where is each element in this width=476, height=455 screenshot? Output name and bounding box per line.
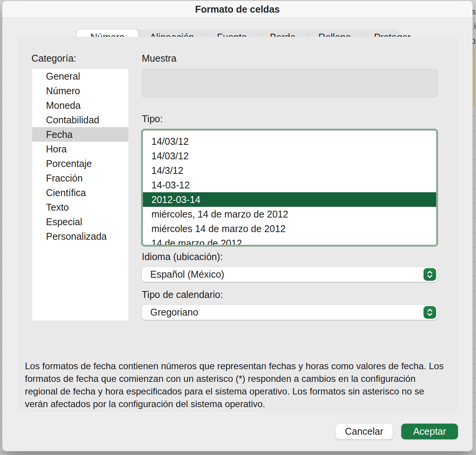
type-option[interactable]: 14/03/2012 — [143, 129, 436, 134]
language-dropdown[interactable]: Español (México) — [142, 267, 437, 282]
chevron-up-down-icon[interactable] — [423, 306, 436, 319]
category-item-fraccion[interactable]: Fracción — [32, 171, 128, 185]
chevron-up-down-icon[interactable] — [423, 268, 436, 281]
type-option[interactable]: 14/03/12 — [143, 149, 436, 163]
number-tab-panel: Categoría: General Número Moneda Contabi… — [18, 37, 458, 412]
type-option-selected[interactable]: 2012-03-14 — [143, 192, 436, 207]
type-label: Tipo: — [142, 113, 163, 124]
category-item-personalizada[interactable]: Personalizada — [32, 229, 128, 244]
category-label: Categoría: — [31, 53, 76, 64]
category-list: General Número Moneda Contabilidad Fecha… — [32, 69, 128, 321]
category-item-especial[interactable]: Especial — [32, 214, 128, 229]
category-item-moneda[interactable]: Moneda — [32, 98, 128, 113]
category-item-texto[interactable]: Texto — [32, 200, 128, 214]
category-item-porcentaje[interactable]: Porcentaje — [32, 156, 128, 171]
background-bottom-strip — [0, 452, 476, 455]
type-option[interactable]: miércoles 14 de marzo de 2012 — [143, 221, 436, 236]
background-text-fragment: i — [474, 22, 476, 30]
type-listbox[interactable]: 14/03/2012 14/03/12 14/03/12 14/3/12 14-… — [141, 129, 438, 247]
dialog-titlebar: Formato de celdas — [2, 1, 473, 18]
category-item-cientifica[interactable]: Científica — [32, 185, 128, 200]
calendar-type-label: Tipo de calendario: — [142, 289, 223, 300]
category-item-general[interactable]: General — [32, 69, 128, 83]
date-format-help-text: Los formatos de fecha contienen números … — [25, 360, 448, 410]
category-item-numero[interactable]: Número — [32, 83, 128, 98]
type-option[interactable]: miércoles, 14 de marzo de 2012 — [143, 207, 436, 221]
language-dropdown-value: Español (México) — [142, 269, 423, 280]
category-item-contabilidad[interactable]: Contabilidad — [32, 113, 128, 127]
type-option[interactable]: 14-03-12 — [143, 178, 436, 192]
dialog-title: Formato de celdas — [195, 4, 280, 15]
calendar-type-dropdown[interactable]: Gregoriano — [142, 305, 437, 320]
type-option[interactable]: 14 de marzo de 2012 — [143, 236, 436, 247]
calendar-dropdown-value: Gregoriano — [142, 307, 423, 318]
category-item-hora[interactable]: Hora — [32, 142, 128, 156]
type-option[interactable]: 14/3/12 — [143, 163, 436, 178]
language-label: Idioma (ubicación): — [142, 251, 223, 262]
format-cells-dialog: Formato de celdas Número Alineación Fuen… — [2, 1, 473, 451]
category-item-fecha[interactable]: Fecha — [32, 127, 128, 142]
accept-button[interactable]: Aceptar — [401, 424, 458, 439]
type-listbox-scroll-content: 14/03/2012 14/03/12 14/03/12 14/3/12 14-… — [143, 129, 436, 247]
sample-preview-box — [142, 69, 437, 98]
sample-label: Muestra — [142, 53, 176, 64]
cancel-button[interactable]: Cancelar — [335, 424, 393, 439]
type-option[interactable]: 14/03/12 — [143, 134, 436, 149]
